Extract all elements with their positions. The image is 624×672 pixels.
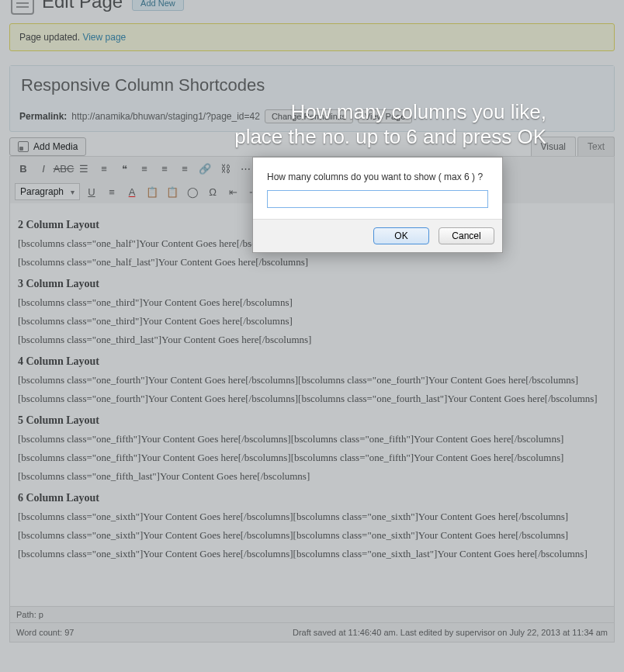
dialog-footer: OK Cancel [253,219,502,252]
annotation-text: How many columns you like, place the no.… [233,99,546,149]
ok-button[interactable]: OK [373,227,429,244]
prompt-dialog: How many columns do you want to show ( m… [252,157,503,253]
dialog-body: How many columns do you want to show ( m… [253,158,502,219]
cancel-button[interactable]: Cancel [439,227,494,244]
annotation-line: How many columns you like, [233,99,546,124]
annotation-line: place the no. up to 6 and press OK [233,124,546,149]
columns-count-input[interactable] [267,190,488,208]
dialog-prompt: How many columns do you want to show ( m… [267,171,483,182]
